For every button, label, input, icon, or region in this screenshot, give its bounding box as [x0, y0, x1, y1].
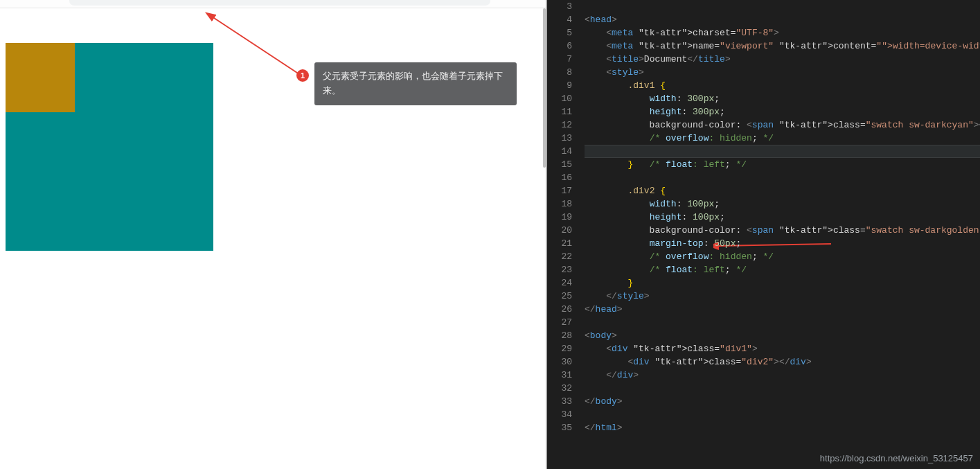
line-number: 32 — [547, 382, 580, 395]
code-line[interactable]: <head> — [585, 13, 980, 26]
code-line[interactable]: width: 300px; — [585, 92, 980, 105]
annotation-badge: 1 — [296, 69, 309, 82]
browser-preview-pane: 1 父元素受子元素的影响，也会随着子元素掉下来。 — [0, 0, 547, 469]
code-line[interactable]: margin-top: 50px; — [585, 237, 980, 250]
code-line[interactable]: background-color: <span "tk-attr">class=… — [585, 224, 980, 237]
code-line[interactable]: <meta "tk-attr">name="viewport" "tk-attr… — [585, 39, 980, 53]
code-line[interactable]: .div1 { — [585, 79, 980, 92]
code-line[interactable]: </div> — [585, 369, 980, 382]
line-number: 5 — [547, 26, 580, 39]
code-editor-pane[interactable]: 3456789101112131415161718192021222324252… — [547, 0, 980, 469]
line-number: 15 — [547, 158, 580, 171]
code-line[interactable]: background-color: <span "tk-attr">class=… — [585, 118, 980, 132]
code-line[interactable] — [585, 316, 980, 329]
line-number: 25 — [547, 290, 580, 303]
line-number: 33 — [547, 395, 580, 408]
code-line[interactable]: width: 100px; — [585, 197, 980, 211]
code-line[interactable]: </head> — [585, 303, 980, 316]
line-number: 34 — [547, 408, 580, 421]
line-number-gutter: 3456789101112131415161718192021222324252… — [547, 0, 580, 469]
line-number: 28 — [547, 329, 580, 342]
code-line[interactable]: </style> — [585, 290, 980, 303]
demo-div2 — [6, 43, 75, 112]
code-line[interactable]: </body> — [585, 395, 980, 408]
code-line[interactable]: /* overflow: hidden; */ — [585, 250, 980, 263]
svg-line-0 — [212, 17, 299, 74]
code-area[interactable]: <head> <meta "tk-attr">charset="UTF-8"> … — [585, 0, 980, 469]
line-number: 23 — [547, 263, 580, 276]
line-number: 9 — [547, 79, 580, 92]
line-number: 10 — [547, 92, 580, 105]
code-line[interactable]: height: 100px; — [585, 211, 980, 224]
code-line[interactable]: /* overflow: hidden; */ — [585, 132, 980, 145]
code-line[interactable]: height: 300px; — [585, 105, 980, 118]
code-line[interactable]: <meta "tk-attr">charset="UTF-8"> — [585, 26, 980, 39]
line-number: 24 — [547, 276, 580, 290]
code-line[interactable]: /* float: left; */ — [585, 263, 980, 276]
browser-toolbar — [0, 0, 546, 8]
code-line[interactable] — [585, 382, 980, 395]
line-number: 20 — [547, 224, 580, 237]
watermark: https://blog.csdn.net/weixin_53125457 — [820, 453, 973, 463]
line-number: 12 — [547, 118, 580, 132]
line-number: 27 — [547, 316, 580, 329]
line-number: 31 — [547, 369, 580, 382]
code-line[interactable]: <div "tk-attr">class="div1"> — [585, 342, 980, 355]
line-number: 11 — [547, 105, 580, 118]
line-number: 21 — [547, 237, 580, 250]
code-line[interactable]: /* float: left; */ — [585, 145, 980, 158]
line-number: 19 — [547, 211, 580, 224]
code-line[interactable]: } — [585, 276, 980, 290]
line-number: 18 — [547, 197, 580, 211]
code-line[interactable]: <title>Document</title> — [585, 53, 980, 66]
code-line[interactable] — [585, 0, 980, 13]
code-line[interactable]: <style> — [585, 66, 980, 79]
line-number: 6 — [547, 39, 580, 53]
line-number: 13 — [547, 132, 580, 145]
line-number: 8 — [547, 66, 580, 79]
code-line[interactable]: .div2 { — [585, 184, 980, 197]
line-number: 4 — [547, 13, 580, 26]
line-number: 17 — [547, 184, 580, 197]
line-number: 16 — [547, 171, 580, 184]
scrollbar[interactable] — [543, 8, 546, 168]
line-number: 29 — [547, 342, 580, 355]
demo-div1 — [6, 43, 213, 251]
code-line[interactable]: </html> — [585, 421, 980, 434]
code-line[interactable] — [585, 171, 980, 184]
line-number: 14 — [547, 145, 580, 158]
code-line[interactable]: <body> — [585, 329, 980, 342]
code-line[interactable] — [585, 408, 980, 421]
line-number: 35 — [547, 421, 580, 434]
render-area: 1 父元素受子元素的影响，也会随着子元素掉下来。 — [0, 8, 543, 469]
line-number: 26 — [547, 303, 580, 316]
line-number: 7 — [547, 53, 580, 66]
line-number: 3 — [547, 0, 580, 13]
line-number: 30 — [547, 355, 580, 369]
address-bar[interactable] — [69, 0, 490, 6]
code-line[interactable]: <div "tk-attr">class="div2"></div> — [585, 355, 980, 369]
line-number: 22 — [547, 250, 580, 263]
annotation-tooltip: 父元素受子元素的影响，也会随着子元素掉下来。 — [314, 62, 517, 105]
